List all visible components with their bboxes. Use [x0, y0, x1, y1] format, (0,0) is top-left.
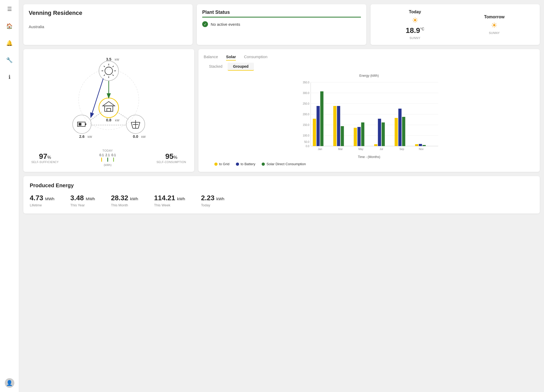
- legend-dot-battery: [236, 163, 239, 166]
- svg-rect-73: [398, 109, 401, 146]
- energy-this-month: 28.32 kWh This Month: [111, 194, 138, 207]
- plant-status-row: ✓ No active events: [202, 21, 361, 27]
- energy-stats: 4.73 MWh Lifetime 3.48 MWh This Year 28.…: [30, 194, 533, 207]
- bar-consumption: [113, 157, 114, 162]
- svg-rect-60: [333, 106, 336, 146]
- produced-energy-title: Produced Energy: [30, 182, 533, 189]
- svg-text:100.0: 100.0: [303, 134, 309, 137]
- svg-text:kW: kW: [115, 58, 119, 61]
- svg-text:May: May: [358, 148, 363, 151]
- chart-subtabs: Stacked Grouped: [204, 63, 534, 71]
- lifetime-value: 4.73 MWh: [30, 194, 54, 202]
- self-sufficiency-stat: 97% SELF-SUFFICIENCY: [31, 152, 59, 164]
- this-week-label: This Week: [154, 203, 185, 207]
- today-energy-label: Today: [201, 203, 224, 207]
- plant-status-bar: [202, 17, 361, 18]
- this-week-value: 114.21 kWh: [154, 194, 185, 202]
- svg-text:0.0: 0.0: [305, 145, 309, 148]
- lifetime-label: Lifetime: [30, 203, 54, 207]
- top-row: Venning Residence Australia Plant Status…: [23, 4, 540, 45]
- svg-point-19: [73, 115, 91, 134]
- legend-dot-grid: [214, 163, 218, 166]
- tomorrow-label: Tomorrow: [484, 15, 504, 19]
- chart-tabs: Balance Solar Consumption: [204, 54, 534, 61]
- bar-solar: [107, 157, 108, 162]
- residence-card: Venning Residence Australia: [23, 4, 193, 45]
- svg-rect-78: [422, 145, 426, 146]
- main-content: Venning Residence Australia Plant Status…: [19, 0, 544, 392]
- stats-row: 97% SELF-SUFFICIENCY TODAY 0.1 2.1: [29, 149, 189, 167]
- svg-line-9: [113, 66, 114, 67]
- bell-icon[interactable]: 🔔: [5, 38, 14, 48]
- legend-label-solar: Solar Direct Consumption: [266, 162, 306, 166]
- tab-balance[interactable]: Balance: [204, 54, 218, 61]
- self-consumption-label: SELF-CONSUMPTION: [156, 161, 186, 164]
- svg-text:Jan: Jan: [318, 148, 322, 151]
- residence-country: Australia: [29, 24, 187, 29]
- svg-line-34: [91, 79, 103, 117]
- svg-text:350.0: 350.0: [303, 81, 309, 84]
- svg-rect-66: [361, 122, 364, 146]
- svg-line-8: [113, 75, 114, 76]
- svg-line-30: [138, 122, 140, 129]
- svg-line-10: [104, 75, 105, 76]
- svg-rect-72: [394, 118, 398, 146]
- this-year-value: 3.48 MWh: [70, 194, 95, 202]
- svg-text:Jul: Jul: [380, 148, 383, 151]
- residence-title: Venning Residence: [29, 10, 187, 16]
- flow-diagram: 3.5 kW 0.8 kW: [29, 54, 189, 145]
- chart-y-label: Energy (kWh): [204, 74, 534, 78]
- wrench-icon[interactable]: 🔧: [5, 55, 14, 65]
- plant-status-text: No active events: [211, 22, 240, 27]
- svg-point-13: [99, 98, 118, 118]
- bar-grid: [101, 157, 102, 162]
- bar-item-1: 0.1: [99, 153, 104, 162]
- svg-point-2: [105, 67, 113, 75]
- svg-line-37: [117, 112, 128, 119]
- home-icon[interactable]: 🏠: [5, 21, 14, 31]
- tomorrow-desc: SUNNY: [489, 31, 500, 35]
- svg-rect-74: [402, 117, 405, 146]
- svg-text:0.8: 0.8: [106, 118, 111, 122]
- svg-text:50.0: 50.0: [304, 140, 309, 143]
- today-stat-label: TODAY: [102, 149, 113, 152]
- today-desc: SUNNY: [410, 36, 420, 40]
- svg-rect-70: [381, 122, 385, 146]
- legend-label-grid: to Grid: [219, 162, 230, 166]
- today-label: Today: [409, 10, 421, 14]
- info-icon[interactable]: ℹ: [5, 72, 14, 82]
- sun-icon-today: ☀: [412, 16, 418, 25]
- svg-text:150.0: 150.0: [303, 123, 309, 126]
- svg-rect-65: [357, 127, 360, 146]
- svg-rect-21: [85, 123, 86, 125]
- svg-rect-62: [341, 126, 344, 146]
- svg-rect-22: [79, 123, 81, 126]
- legend-solar-direct: Solar Direct Consumption: [262, 162, 306, 166]
- tab-consumption[interactable]: Consumption: [244, 54, 267, 61]
- svg-rect-68: [374, 144, 377, 146]
- tab-solar[interactable]: Solar: [226, 54, 236, 61]
- this-year-label: This Year: [70, 203, 95, 207]
- avatar[interactable]: 👤: [5, 378, 14, 388]
- svg-text:2.6: 2.6: [79, 134, 84, 139]
- subtab-grouped[interactable]: Grouped: [228, 63, 254, 71]
- svg-rect-64: [354, 128, 357, 146]
- subtab-stacked[interactable]: Stacked: [204, 63, 228, 71]
- energy-this-week: 114.21 kWh This Week: [154, 194, 185, 207]
- legend-dot-solar: [262, 163, 265, 166]
- middle-row: 3.5 kW 0.8 kW: [23, 49, 540, 172]
- chart-legend: to Grid to Battery Solar Direct Consumpt…: [204, 162, 534, 166]
- weather-today: Today ☀ 18.9°C SUNNY: [406, 10, 424, 40]
- energy-lifetime: 4.73 MWh Lifetime: [30, 194, 54, 207]
- svg-line-7: [104, 66, 105, 67]
- bar-item-3: 0.1: [112, 153, 116, 162]
- plant-status-card: Plant Status ✓ No active events: [197, 4, 366, 45]
- menu-icon[interactable]: ☰: [5, 4, 14, 14]
- today-temp: 18.9°C: [406, 26, 424, 35]
- self-sufficiency-value: 97%: [39, 152, 51, 161]
- svg-rect-76: [415, 144, 418, 146]
- svg-text:Mar: Mar: [338, 148, 343, 151]
- this-month-value: 28.32 kWh: [111, 194, 138, 202]
- svg-text:kW: kW: [88, 135, 92, 138]
- bar-item-2: 2.1: [105, 153, 110, 162]
